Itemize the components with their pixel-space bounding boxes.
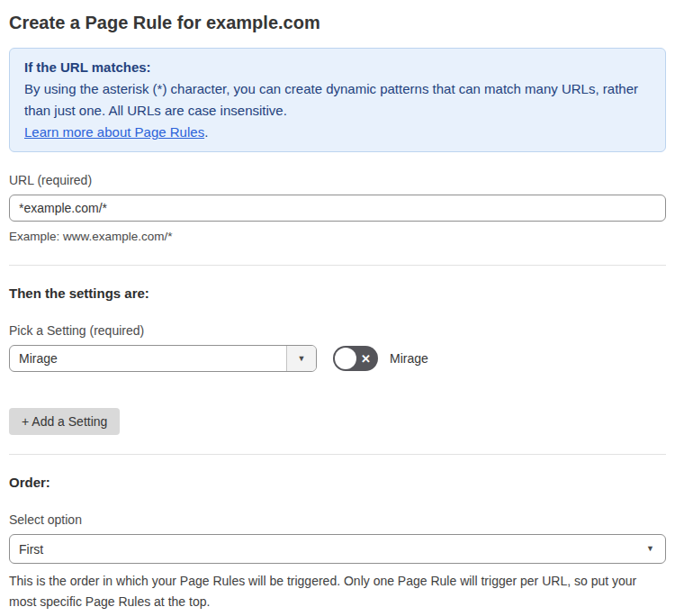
divider bbox=[9, 454, 666, 455]
divider bbox=[9, 265, 666, 266]
order-section-heading: Order: bbox=[9, 474, 666, 492]
info-box-body: By using the asterisk (*) character, you… bbox=[24, 78, 651, 122]
settings-section-heading: Then the settings are: bbox=[9, 285, 666, 303]
toggle-knob bbox=[335, 348, 356, 369]
setting-dropdown-arrow-button[interactable]: ▼ bbox=[286, 346, 316, 371]
url-helper: Example: www.example.com/* bbox=[9, 227, 666, 246]
info-link-suffix: . bbox=[204, 124, 208, 140]
chevron-down-icon: ▼ bbox=[298, 355, 306, 363]
pick-setting-label: Pick a Setting (required) bbox=[9, 322, 666, 339]
page-title: Create a Page Rule for example.com bbox=[9, 11, 666, 34]
info-box: If the URL matches: By using the asteris… bbox=[9, 48, 666, 152]
setting-dropdown-value: Mirage bbox=[10, 346, 286, 371]
toggle-x-icon: ✕ bbox=[361, 353, 371, 365]
url-input[interactable] bbox=[9, 195, 666, 222]
setting-row: Mirage ▼ ✕ Mirage bbox=[9, 345, 666, 372]
select-option-label: Select option bbox=[9, 512, 666, 528]
mirage-toggle-label: Mirage bbox=[390, 351, 428, 366]
order-helper: This is the order in which your Page Rul… bbox=[9, 571, 666, 612]
info-box-heading: If the URL matches: bbox=[24, 57, 651, 78]
mirage-toggle-group: ✕ Mirage bbox=[333, 346, 428, 371]
add-setting-button[interactable]: + Add a Setting bbox=[9, 408, 120, 435]
learn-more-link[interactable]: Learn more about Page Rules bbox=[24, 124, 204, 140]
order-select[interactable]: First ▼ bbox=[9, 534, 666, 564]
setting-dropdown[interactable]: Mirage ▼ bbox=[9, 345, 317, 372]
info-box-link-row: Learn more about Page Rules. bbox=[24, 122, 651, 143]
url-label: URL (required) bbox=[9, 172, 666, 188]
order-select-value: First bbox=[19, 542, 43, 557]
chevron-down-icon: ▼ bbox=[646, 545, 654, 553]
mirage-toggle[interactable]: ✕ bbox=[333, 346, 378, 371]
